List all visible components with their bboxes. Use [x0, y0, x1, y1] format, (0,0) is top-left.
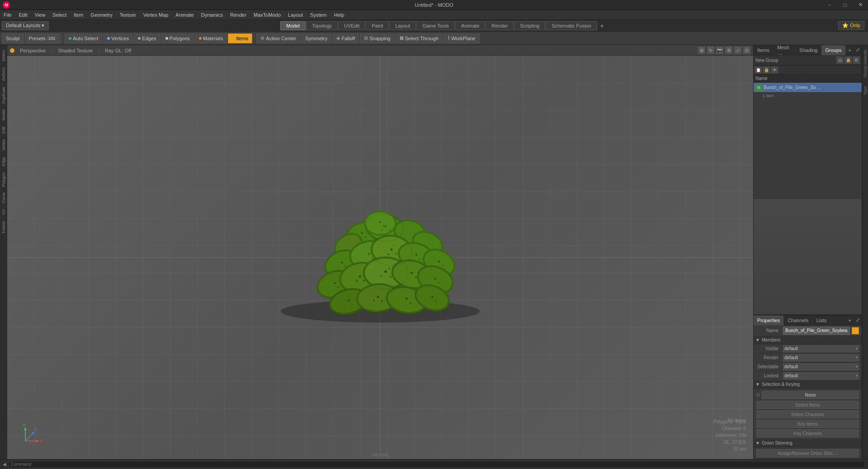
cmd-arrow-left[interactable]: ◀	[3, 462, 6, 467]
tab-game-tools[interactable]: Game Tools	[416, 21, 455, 30]
menu-vertex-map[interactable]: Vertex Map	[140, 11, 172, 19]
it-btn-3[interactable]: 👁	[771, 66, 778, 74]
close-button[interactable]: ✕	[853, 0, 868, 10]
auto-select-button[interactable]: Auto Select	[65, 33, 102, 43]
viewport-icon-grid[interactable]: ⊞	[698, 47, 705, 54]
menu-view[interactable]: View	[31, 11, 49, 19]
group-icon-2[interactable]: 🔒	[844, 56, 852, 64]
command-input[interactable]	[8, 461, 865, 468]
menu-texture[interactable]: Texture	[116, 11, 140, 19]
tab-schematic-fusion[interactable]: Schematic Fusion	[546, 21, 597, 30]
menu-geometry[interactable]: Geometry	[87, 11, 116, 19]
menu-system[interactable]: System	[307, 11, 330, 19]
rp-tab-shading[interactable]: Shading	[796, 45, 821, 55]
menu-render[interactable]: Render	[226, 11, 250, 19]
maximize-button[interactable]: □	[837, 0, 853, 10]
group-icon-3[interactable]: ⚙	[853, 56, 860, 64]
workplane-button[interactable]: ⌇ WorkPlane	[443, 33, 480, 43]
viewport-raygl-label[interactable]: Ray GL: Off	[102, 47, 134, 54]
key-items-button[interactable]: Key Items	[756, 420, 859, 428]
sidebar-item-uv[interactable]: UV	[0, 206, 7, 218]
props-add-button[interactable]: +	[846, 317, 854, 324]
falloff-button[interactable]: ◈ Falloff	[332, 33, 359, 43]
scene-3d[interactable]: No Items Polygons : Face Channels: 0 Def…	[7, 56, 753, 459]
tab-topology[interactable]: Topology	[306, 21, 338, 30]
materials-button[interactable]: Materials	[195, 33, 227, 43]
menu-edit[interactable]: Edit	[15, 11, 31, 19]
rp-tab-mesh[interactable]: Mesh ....	[774, 45, 796, 55]
edges-button[interactable]: Edges	[134, 33, 160, 43]
rp-expand-button[interactable]: ⤢	[854, 46, 862, 54]
members-section-header[interactable]: ▼ Members	[754, 336, 862, 344]
it-btn-1[interactable]: 📋	[755, 66, 762, 74]
sidebar-item-curve[interactable]: Curve	[0, 189, 7, 206]
sidebar-item-model[interactable]: Model	[0, 106, 7, 123]
props-tab-lists[interactable]: Lists	[813, 315, 831, 325]
viewport-icon-expand[interactable]: ⤢	[734, 47, 741, 54]
viewport-toggle[interactable]	[10, 48, 14, 53]
menu-help[interactable]: Help	[330, 11, 348, 19]
redge-tab-group-defaults[interactable]: Group Defaults	[862, 47, 868, 80]
minimize-button[interactable]: –	[822, 0, 837, 10]
menu-layout[interactable]: Layout	[284, 11, 307, 19]
sk-none-button[interactable]: None	[762, 391, 859, 399]
snapping-button[interactable]: ⊞ Snapping	[360, 33, 395, 43]
redge-tab-type[interactable]: Type	[862, 84, 868, 98]
onion-skinning-header[interactable]: ▼ Onion Skinning	[754, 439, 862, 447]
key-channels-button[interactable]: Key Channels	[756, 429, 859, 437]
rp-add-button[interactable]: +	[846, 47, 854, 54]
tab-scripting[interactable]: Scripting	[514, 21, 545, 30]
locked-dropdown[interactable]: default ▾	[783, 372, 859, 380]
tab-model[interactable]: Model	[280, 21, 306, 30]
viewport-icon-refresh[interactable]: ↻	[707, 47, 714, 54]
name-input[interactable]	[783, 327, 850, 335]
polygons-button[interactable]: Polygons	[161, 33, 194, 43]
sidebar-item-fusion[interactable]: Fusion	[0, 218, 7, 236]
layout-dropdown[interactable]: Default Layouts ▾	[2, 21, 49, 30]
sidebar-item-select[interactable]: Select	[0, 47, 7, 64]
menu-file[interactable]: File	[0, 11, 15, 19]
viewport-icon-settings[interactable]: ⚙	[725, 47, 732, 54]
menu-item[interactable]: Item	[70, 11, 87, 19]
tab-paint[interactable]: Paint	[366, 21, 389, 30]
rp-tab-groups[interactable]: Groups	[821, 45, 845, 55]
tab-layout[interactable]: Layout	[389, 21, 416, 30]
viewport-perspective-label[interactable]: Perspective	[17, 47, 48, 54]
render-dropdown[interactable]: default ▾	[783, 354, 859, 361]
assign-onion-skin-button[interactable]: Assign/Remove Onion Skin ...	[756, 449, 859, 457]
group-icon-1[interactable]: 🗂	[836, 56, 844, 64]
tab-uvedit[interactable]: UVEdit	[338, 21, 365, 30]
sidebar-item-polygon[interactable]: Polygon	[0, 169, 7, 190]
viewport-icon-camera[interactable]: 📷	[716, 47, 723, 54]
sculpt-button[interactable]: Sculpt	[2, 33, 24, 43]
sidebar-item-edge[interactable]: Edge	[0, 154, 7, 169]
props-tab-properties[interactable]: Properties	[754, 315, 784, 325]
sidebar-item-duplicate[interactable]: Duplicate	[0, 84, 7, 107]
select-through-button[interactable]: ⊠ Select Through	[396, 33, 443, 43]
visible-dropdown[interactable]: default ▾	[783, 345, 859, 352]
it-btn-2[interactable]: 🔒	[763, 66, 770, 74]
menu-select[interactable]: Select	[49, 11, 70, 19]
sidebar-item-edit[interactable]: Edit	[0, 123, 7, 136]
rp-tab-items[interactable]: Items	[754, 45, 774, 55]
color-button[interactable]	[852, 327, 859, 334]
tab-add-button[interactable]: +	[598, 21, 607, 30]
action-center-button[interactable]: ⊕ Action Center	[256, 33, 300, 43]
menu-dynamics[interactable]: Dynamics	[198, 11, 226, 19]
sidebar-item-deform[interactable]: Deform	[0, 64, 7, 84]
tab-animate[interactable]: Animate	[455, 21, 485, 30]
item-row-soybeans[interactable]: G Bunch_of_Pile_Green_So ...	[754, 83, 862, 93]
viewport[interactable]: Perspective | Shaded Texture | Ray GL: O…	[7, 45, 753, 459]
viewport-icon-popout[interactable]: ⊡	[743, 47, 750, 54]
props-expand-button[interactable]: ⤢	[854, 316, 862, 324]
selection-keying-header[interactable]: ▼ Selection & Keying	[754, 380, 862, 389]
selectable-dropdown[interactable]: default ▾	[783, 363, 859, 371]
vertices-button[interactable]: Vertices	[103, 33, 133, 43]
select-channels-button[interactable]: Select Channels	[756, 410, 859, 418]
presets-button[interactable]: Presets 101	[25, 33, 61, 43]
props-tab-channels[interactable]: Channels	[784, 315, 812, 325]
menu-maxtomode[interactable]: MaxToModo	[250, 11, 284, 19]
tab-render[interactable]: Render	[486, 21, 514, 30]
viewport-shading-label[interactable]: Shaded Texture	[55, 47, 95, 54]
menu-animate[interactable]: Animate	[172, 11, 197, 19]
